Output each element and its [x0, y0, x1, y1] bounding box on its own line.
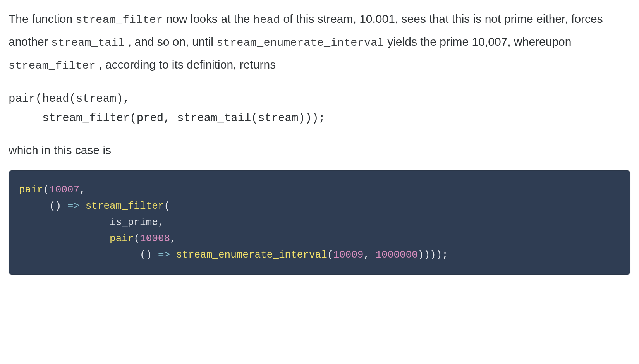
indent: [19, 233, 110, 244]
token-comma: ,: [363, 249, 369, 261]
token-number: 10009: [333, 249, 363, 261]
inline-code-stream-filter: stream_filter: [76, 14, 163, 26]
inline-code-stream-enumerate-interval: stream_enumerate_interval: [216, 36, 384, 49]
text: yields the prime 10,007, whereupon: [384, 35, 572, 48]
token-paren: (: [134, 233, 140, 244]
token-paren: (: [43, 184, 49, 196]
token-arrow: =>: [67, 200, 79, 212]
inline-code-stream-tail: stream_tail: [51, 36, 125, 49]
token-empty-parens: (): [49, 200, 61, 212]
code-line: pair(head(stream),: [9, 93, 130, 105]
token-comma: ,: [79, 184, 86, 196]
token-comma: ,: [170, 233, 176, 244]
token-number: 10008: [140, 233, 170, 244]
text: , and so on, until: [125, 35, 216, 48]
token-empty-parens: (): [140, 249, 152, 261]
token-paren: (: [327, 249, 333, 261]
paragraph-2: which in this case is: [9, 141, 630, 160]
token-close-parens: ))));: [418, 249, 448, 261]
code-block-plain: pair(head(stream), stream_filter(pred, s…: [9, 89, 630, 128]
indent: [19, 249, 140, 261]
token-number: 10007: [49, 184, 79, 196]
token-arrow: =>: [158, 249, 170, 261]
token-function-pair: pair: [19, 184, 43, 196]
token-paren: (: [164, 200, 170, 212]
token-identifier-is-prime: is_prime: [110, 216, 158, 228]
indent: [19, 216, 110, 228]
inline-code-head: head: [253, 14, 280, 26]
token-comma: ,: [158, 216, 164, 228]
text: , according to its definition, returns: [96, 58, 276, 71]
inline-code-stream-filter-2: stream_filter: [9, 59, 96, 72]
token-function-stream-filter: stream_filter: [86, 200, 164, 212]
indent: [19, 200, 49, 212]
text: now looks at the: [163, 12, 253, 25]
token-number: 1000000: [376, 249, 418, 261]
paragraph-1: The function stream_filter now looks at …: [9, 8, 630, 76]
token-function-stream-enumerate-interval: stream_enumerate_interval: [176, 249, 327, 261]
code-block-highlighted: pair(10007, () => stream_filter( is_prim…: [9, 170, 630, 275]
text: The function: [9, 12, 76, 25]
token-function-pair: pair: [110, 233, 134, 244]
code-line: stream_filter(pred, stream_tail(stream))…: [9, 112, 325, 125]
